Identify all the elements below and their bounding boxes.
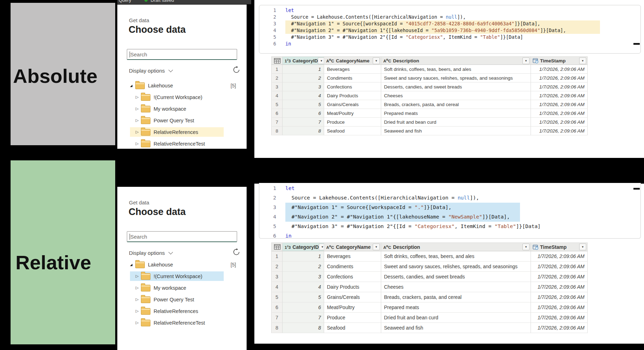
column-header-description[interactable]: ABCDescription▾: [381, 56, 531, 65]
table-cell[interactable]: 8: [283, 127, 324, 135]
get-data-breadcrumb[interactable]: Get data: [129, 199, 149, 205]
table-cell[interactable]: Condiments: [324, 262, 381, 272]
expand-triangle-icon[interactable]: ▷: [136, 274, 141, 278]
expand-triangle-icon[interactable]: ▷: [136, 309, 141, 313]
display-options-toggle[interactable]: Display options: [129, 250, 172, 256]
table-cell[interactable]: 1/7/2026, 2:09:06 AM: [531, 74, 588, 82]
expand-triangle-icon[interactable]: ▷: [136, 297, 141, 302]
table-cell[interactable]: 2: [283, 74, 324, 82]
filter-dropdown-button[interactable]: ▾: [579, 244, 586, 250]
search-input[interactable]: Search: [127, 231, 237, 242]
column-header-timestamp[interactable]: TimeStamp▾: [531, 242, 588, 251]
code-line[interactable]: 4 #"Navigation 2" = #"Navigation 1"{[lak…: [259, 212, 640, 222]
tree-node-workspace[interactable]: ▷Power Query Test: [130, 295, 224, 304]
tree-node-workspace[interactable]: ▷My workspace: [130, 104, 224, 113]
row-number-cell[interactable]: 8: [271, 323, 283, 333]
table-cell[interactable]: Desserts, candies, and sweet breads: [381, 82, 531, 91]
table-cell[interactable]: 2: [283, 262, 324, 272]
table-cell[interactable]: 7: [283, 118, 324, 127]
column-header-timestamp[interactable]: TimeStamp▾: [531, 56, 588, 65]
expand-triangle-icon[interactable]: ▷: [136, 285, 141, 290]
table-cell[interactable]: 7: [283, 313, 324, 323]
table-cell[interactable]: 1/7/2026, 2:09:06 AM: [531, 109, 588, 118]
row-number-cell[interactable]: 6: [271, 109, 283, 118]
table-cell[interactable]: 1: [283, 65, 324, 74]
table-cell[interactable]: Grains/Cereals: [324, 100, 381, 109]
row-number-cell[interactable]: 5: [271, 292, 283, 302]
code-line[interactable]: 4 #"Navigation 2" = #"Navigation 1"{[lak…: [259, 27, 640, 34]
table-cell[interactable]: 1/7/2026, 2:09:06 AM: [531, 292, 588, 302]
table-cell[interactable]: Grains/Cereals: [324, 292, 381, 302]
code-line[interactable]: 2 Source = Lakehouse.Contents([Hierarchi…: [259, 14, 640, 20]
table-cell[interactable]: 1/7/2026, 2:09:06 AM: [531, 251, 588, 262]
row-number-cell[interactable]: 1: [271, 251, 283, 262]
expand-triangle-icon[interactable]: ▷: [136, 106, 141, 111]
table-cell[interactable]: 4: [283, 282, 324, 292]
search-input[interactable]: Search: [127, 49, 237, 60]
code-editor[interactable]: 1let2 Source = Lakehouse.Contents([Hiera…: [259, 183, 641, 239]
table-cell[interactable]: Prepared meats: [381, 109, 531, 118]
table-cell[interactable]: Meat/Poultry: [324, 302, 381, 313]
table-cell[interactable]: Breads, crackers, pasta, and cereal: [381, 100, 531, 109]
table-cell[interactable]: 5: [283, 292, 324, 302]
table-cell[interactable]: Meat/Poultry: [324, 109, 381, 118]
tree-node-workspace[interactable]: ▷RelativeReferences: [130, 306, 224, 316]
code-line[interactable]: 1let: [259, 7, 640, 14]
filter-dropdown-button[interactable]: ▾: [522, 57, 530, 64]
table-cell[interactable]: 4: [283, 91, 324, 100]
table-cell[interactable]: 3: [283, 272, 324, 282]
tree-node-lakehouse[interactable]: ◢Lakehouse: [130, 260, 224, 269]
code-line[interactable]: 6in: [259, 41, 640, 47]
table-cell[interactable]: 1: [283, 251, 324, 262]
refresh-button[interactable]: [233, 248, 240, 256]
tree-node-workspace[interactable]: ▷My workspace: [130, 283, 224, 293]
table-cell[interactable]: Breads, crackers, pasta, and cereal: [381, 292, 531, 302]
table-cell[interactable]: 1/7/2026, 2:09:06 AM: [531, 127, 588, 135]
row-number-cell[interactable]: 8: [271, 127, 283, 135]
table-cell[interactable]: Soft drinks, coffees, teas, beers, and a…: [381, 65, 531, 74]
code-line[interactable]: 5 #"Navigation 3" = #"Navigation 2"{[Id …: [259, 34, 640, 41]
expand-triangle-icon[interactable]: ▷: [136, 95, 141, 99]
column-header-categoryname[interactable]: ABCCategoryName▾: [324, 56, 381, 65]
table-cell[interactable]: Seafood: [324, 127, 381, 135]
table-cell[interactable]: 1/7/2026, 2:09:06 AM: [531, 262, 588, 272]
filter-dropdown-button[interactable]: ▾: [579, 57, 586, 64]
table-cell[interactable]: Produce: [324, 118, 381, 127]
expand-triangle-icon[interactable]: ▷: [136, 118, 141, 123]
tree-node-lakehouse[interactable]: ◢Lakehouse: [130, 81, 224, 90]
expand-triangle-icon[interactable]: ▷: [136, 320, 141, 325]
collapse-dash-handle[interactable]: [633, 43, 640, 45]
table-cell[interactable]: 1/7/2026, 2:09:06 AM: [531, 323, 588, 333]
table-cell[interactable]: Dairy Products: [324, 282, 381, 292]
table-cell[interactable]: Seaweed and fish: [381, 127, 531, 135]
column-header-categoryname[interactable]: ABCCategoryName▾: [324, 242, 381, 251]
expand-triangle-icon[interactable]: ▷: [136, 130, 141, 134]
table-cell[interactable]: Beverages: [324, 65, 381, 74]
filter-dropdown-button[interactable]: ▾: [522, 244, 530, 250]
column-header-categoryid[interactable]: 123CategoryID▾: [283, 242, 324, 251]
table-cell[interactable]: 3: [283, 82, 324, 91]
table-cell[interactable]: 1/7/2026, 2:09:06 AM: [531, 282, 588, 292]
row-number-cell[interactable]: 4: [271, 91, 283, 100]
table-cell[interactable]: Confections: [324, 272, 381, 282]
row-number-cell[interactable]: 1: [271, 65, 283, 74]
row-number-cell[interactable]: 4: [271, 282, 283, 292]
table-cell[interactable]: 1/7/2026, 2:09:06 AM: [531, 313, 588, 323]
column-header-categoryid[interactable]: 123CategoryID▾: [283, 56, 324, 65]
table-cell[interactable]: Seafood: [324, 323, 381, 333]
table-cell[interactable]: Prepared meats: [381, 302, 531, 313]
collapse-triangle-icon[interactable]: ◢: [130, 263, 135, 266]
table-cell[interactable]: Soft drinks, coffees, teas, beers, and a…: [381, 251, 531, 262]
row-number-cell[interactable]: 2: [271, 74, 283, 82]
table-cell[interactable]: 8: [283, 323, 324, 333]
collapse-dash-handle[interactable]: [633, 188, 640, 190]
refresh-button[interactable]: [233, 66, 240, 74]
table-cell[interactable]: Sweet and savory sauces, relishes, sprea…: [381, 74, 531, 82]
table-cell[interactable]: Confections: [324, 82, 381, 91]
table-cell[interactable]: Beverages: [324, 251, 381, 262]
tree-node-workspace[interactable]: ▷RelativeReferenceTest: [130, 139, 224, 148]
table-cell[interactable]: Sweet and savory sauces, relishes, sprea…: [381, 262, 531, 272]
code-line[interactable]: 3 #"Navigation 1" = Source{[workspaceId …: [259, 20, 640, 27]
column-header-description[interactable]: ABCDescription▾: [381, 242, 531, 251]
get-data-breadcrumb[interactable]: Get data: [129, 17, 149, 23]
